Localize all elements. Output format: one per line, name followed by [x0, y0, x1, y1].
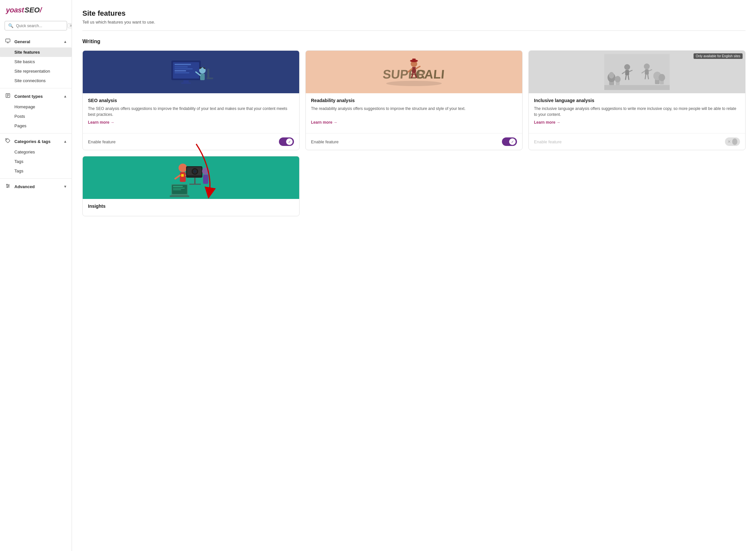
content-area: Site features Tell us which features you… [72, 0, 756, 551]
svg-rect-83 [173, 189, 181, 190]
seo-enable-label: Enable feature [88, 139, 116, 144]
search-box[interactable]: 🔍 ⌘K [5, 21, 67, 30]
sidebar-item-site-basics[interactable]: Site basics [0, 57, 72, 66]
svg-point-65 [179, 163, 187, 172]
svg-point-53 [644, 63, 650, 69]
svg-rect-0 [6, 39, 10, 42]
svg-point-74 [194, 170, 196, 173]
insights-card-wrapper: Insights [82, 156, 300, 216]
svg-text:CALI: CALI [415, 67, 445, 81]
seo-analysis-desc: The SEO analysis offers suggestions to i… [88, 106, 294, 117]
page-title: Site features [82, 9, 746, 18]
only-english-badge: Only available for English sites [694, 53, 743, 59]
card-inclusive-language: Only available for English sites [528, 50, 746, 150]
logo: yoastSEO/ [0, 0, 72, 19]
sidebar-item-tags-2[interactable]: Tags [0, 166, 72, 176]
seo-toggle-thumb: ✓ [286, 138, 293, 145]
svg-rect-82 [173, 188, 185, 188]
inclusive-learn-more-link[interactable]: Learn more → [534, 120, 740, 125]
svg-rect-19 [175, 68, 193, 69]
svg-rect-25 [200, 74, 205, 80]
nav-section-categories-header[interactable]: Categories & tags ▲ [0, 135, 72, 147]
svg-rect-48 [625, 70, 629, 75]
readability-toggle-check-icon: ✓ [511, 140, 514, 144]
sidebar-item-site-features[interactable]: Site features [0, 47, 72, 57]
seo-toggle[interactable]: ✓ [279, 137, 294, 146]
tag-icon [5, 138, 11, 145]
svg-point-12 [8, 185, 9, 186]
logo-yoast: yoast [6, 6, 24, 14]
file-icon [5, 93, 11, 99]
sidebar-item-site-representation[interactable]: Site representation [0, 66, 72, 76]
search-input[interactable] [16, 24, 65, 28]
inclusive-toggle-thumb [732, 138, 737, 145]
monitor-icon [5, 38, 11, 45]
writing-cards-row: SEO analysis The SEO analysis offers sug… [82, 50, 746, 216]
sidebar-item-posts[interactable]: Posts [0, 112, 72, 121]
seo-analysis-footer: Enable feature ✓ [83, 133, 299, 150]
svg-point-77 [202, 167, 209, 175]
svg-line-52 [628, 75, 629, 79]
readability-analysis-title: Readability analysis [311, 98, 517, 103]
divider-1 [0, 88, 72, 88]
content-types-label: Content types [14, 94, 60, 99]
divider-3 [0, 178, 72, 179]
svg-rect-41 [604, 54, 670, 90]
seo-illustration [83, 51, 299, 93]
main-content: Site features Tell us which features you… [72, 0, 756, 551]
svg-rect-27 [207, 69, 209, 78]
insights-illustration [83, 156, 299, 199]
seo-illustration-svg [165, 54, 217, 90]
sidebar-item-tags-1[interactable]: Tags [0, 157, 72, 166]
inclusive-toggle-x-icon: ✕ [728, 139, 731, 144]
writing-section: Writing [82, 39, 746, 216]
readability-learn-more-link[interactable]: Learn more → [311, 120, 517, 125]
card-readability-analysis: SUPER CALI [305, 50, 523, 150]
readability-toggle-thumb: ✓ [509, 138, 516, 145]
sidebar: yoastSEO/ 🔍 ⌘K General ▲ Site features S… [0, 0, 72, 551]
nav-section-general: General ▲ Site features Site basics Site… [0, 35, 72, 87]
svg-point-46 [615, 76, 621, 82]
nav-section-general-header[interactable]: General ▲ [0, 35, 72, 47]
svg-rect-54 [645, 69, 649, 75]
inclusive-language-footer: Enable feature ✕ [529, 133, 745, 150]
advanced-label: Advanced [14, 184, 60, 189]
nav-section-advanced-header[interactable]: Advanced ▼ [0, 180, 72, 192]
svg-point-62 [659, 74, 665, 81]
svg-line-58 [648, 75, 648, 79]
sidebar-item-homepage[interactable]: Homepage [0, 102, 72, 112]
seo-analysis-title: SEO analysis [88, 98, 294, 103]
nav-section-advanced: Advanced ▼ [0, 180, 72, 194]
sidebar-item-pages[interactable]: Pages [0, 121, 72, 130]
svg-rect-84 [170, 195, 189, 197]
inclusive-language-desc: The inclusive language analysis offers s… [534, 106, 740, 117]
readability-analysis-footer: Enable feature ✓ [306, 133, 522, 150]
svg-rect-20 [175, 70, 186, 71]
categories-chevron: ▲ [63, 139, 67, 143]
readability-enable-label: Enable feature [311, 139, 339, 144]
search-icon: 🔍 [8, 23, 13, 28]
general-label: General [14, 39, 60, 44]
sidebar-item-categories[interactable]: Categories [0, 147, 72, 157]
seo-learn-more-link[interactable]: Learn more → [88, 120, 294, 125]
sidebar-item-site-connections[interactable]: Site connections [0, 76, 72, 85]
readability-toggle[interactable]: ✓ [502, 137, 517, 146]
nav-section-content-types-header[interactable]: Content types ▲ [0, 90, 72, 102]
svg-line-51 [626, 75, 626, 79]
svg-rect-34 [412, 67, 416, 73]
inclusive-toggle: ✕ [725, 137, 740, 146]
card-insights: Insights [82, 156, 300, 216]
search-shortcut: ⌘K [68, 23, 72, 28]
page-subtitle: Tell us which features you want to use. [82, 20, 746, 31]
categories-tags-label: Categories & tags [14, 139, 60, 144]
insights-body: Insights [83, 199, 299, 216]
svg-rect-81 [173, 186, 183, 187]
inclusive-language-body: Inclusive language analysis The inclusiv… [529, 93, 745, 133]
nav-section-categories-tags: Categories & tags ▲ Categories Tags Tags [0, 135, 72, 177]
svg-rect-67 [181, 174, 184, 177]
logo-slash: / [40, 6, 42, 14]
svg-point-44 [609, 72, 614, 78]
svg-point-11 [7, 184, 8, 185]
general-chevron: ▲ [63, 40, 67, 43]
sliders-icon [5, 183, 11, 190]
